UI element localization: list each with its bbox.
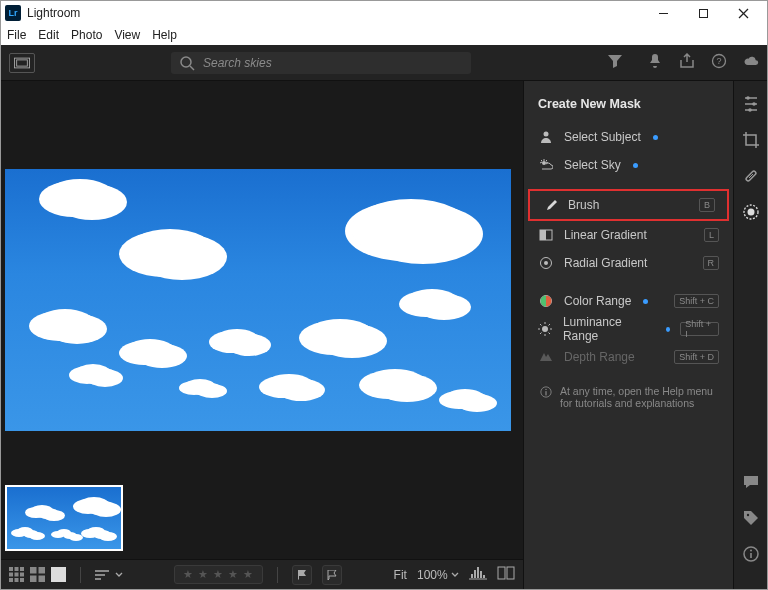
person-icon: [538, 130, 554, 144]
keyboard-shortcut: B: [699, 198, 715, 212]
mask-radial-gradient[interactable]: Radial Gradient R: [524, 249, 733, 277]
grid-large-icon[interactable]: [30, 567, 45, 582]
mask-item-label: Luminance Range: [563, 315, 654, 343]
maximize-button[interactable]: [683, 2, 723, 24]
mask-color-range[interactable]: Color Range Shift + C: [524, 287, 733, 315]
menu-help[interactable]: Help: [152, 28, 177, 42]
view-mode-button[interactable]: [9, 53, 35, 73]
radial-gradient-icon: [538, 256, 554, 270]
svg-point-59: [748, 108, 752, 112]
minimize-button[interactable]: [643, 2, 683, 24]
healing-tool[interactable]: [742, 167, 760, 185]
new-feature-dot: [666, 327, 671, 332]
chevron-down-icon: [451, 572, 459, 578]
search-placeholder: Search skies: [203, 56, 272, 70]
svg-rect-13: [9, 573, 13, 577]
svg-rect-27: [471, 574, 473, 578]
svg-point-42: [542, 326, 548, 332]
mask-panel: Create New Mask Select Subject Select Sk…: [523, 81, 733, 589]
tag-icon[interactable]: [742, 509, 760, 527]
svg-point-6: [181, 57, 191, 67]
search-input[interactable]: Search skies: [171, 52, 471, 74]
new-feature-dot: [643, 299, 648, 304]
svg-rect-15: [20, 573, 24, 577]
linear-gradient-icon: [538, 228, 554, 242]
close-button[interactable]: [723, 2, 763, 24]
app-icon: Lr: [5, 5, 21, 21]
new-feature-dot: [633, 163, 638, 168]
svg-line-7: [190, 66, 194, 70]
edit-sliders-tool[interactable]: [742, 95, 760, 113]
fit-label[interactable]: Fit: [394, 568, 407, 582]
svg-point-64: [746, 514, 748, 516]
keyboard-shortcut: L: [704, 228, 719, 242]
mask-item-label: Brush: [568, 198, 599, 212]
svg-point-58: [752, 102, 756, 106]
svg-line-48: [549, 333, 551, 335]
titlebar: Lr Lightroom: [1, 1, 767, 25]
mask-item-label: Radial Gradient: [564, 256, 647, 270]
svg-rect-67: [750, 553, 752, 558]
svg-point-57: [746, 96, 750, 100]
svg-rect-29: [477, 567, 479, 578]
share-icon[interactable]: [679, 53, 695, 72]
sort-button[interactable]: [95, 569, 123, 581]
info-tool[interactable]: [742, 545, 760, 563]
svg-rect-16: [9, 578, 13, 582]
main-image: [5, 169, 511, 431]
tool-rail: [733, 81, 767, 589]
menu-edit[interactable]: Edit: [38, 28, 59, 42]
filter-icon[interactable]: [607, 53, 623, 72]
histogram-toggle[interactable]: [469, 566, 487, 583]
mask-select-sky[interactable]: Select Sky: [524, 151, 733, 179]
svg-rect-28: [474, 570, 476, 578]
svg-rect-20: [39, 567, 46, 574]
mask-depth-range: Depth Range Shift + D: [524, 343, 733, 371]
svg-rect-23: [51, 567, 66, 582]
svg-rect-38: [540, 230, 546, 240]
svg-point-66: [750, 550, 752, 552]
svg-line-50: [549, 324, 551, 326]
svg-rect-5: [17, 59, 28, 65]
svg-rect-31: [483, 575, 485, 578]
mask-item-label: Select Subject: [564, 130, 641, 144]
svg-text:?: ?: [716, 56, 721, 66]
menubar: File Edit Photo View Help: [1, 25, 767, 45]
bottombar: ★ ★ ★ ★ ★ Fit 100%: [1, 559, 523, 589]
single-view-icon[interactable]: [51, 567, 66, 582]
mask-item-label: Color Range: [564, 294, 631, 308]
bell-icon[interactable]: [647, 53, 663, 72]
svg-point-63: [747, 209, 754, 216]
app-frame: Search skies ?: [1, 45, 767, 589]
canvas-main[interactable]: [1, 81, 523, 477]
zoom-level[interactable]: 100%: [417, 568, 459, 582]
mask-item-label: Depth Range: [564, 350, 635, 364]
mask-item-label: Select Sky: [564, 158, 621, 172]
menu-view[interactable]: View: [114, 28, 140, 42]
menu-photo[interactable]: Photo: [71, 28, 102, 42]
crop-tool[interactable]: [742, 131, 760, 149]
svg-rect-30: [480, 571, 482, 578]
flag-reject[interactable]: [322, 565, 342, 585]
comments-icon[interactable]: [742, 473, 760, 491]
grid-small-icon[interactable]: [9, 567, 24, 582]
search-icon: [179, 55, 195, 71]
compare-toggle[interactable]: [497, 566, 515, 583]
help-icon[interactable]: ?: [711, 53, 727, 72]
svg-rect-18: [20, 578, 24, 582]
depth-icon: [538, 350, 554, 364]
cloud-icon[interactable]: [743, 53, 759, 72]
mask-luminance-range[interactable]: Luminance Range Shift + I: [524, 315, 733, 343]
menu-file[interactable]: File: [7, 28, 26, 42]
svg-rect-12: [20, 567, 24, 571]
rating-stars[interactable]: ★ ★ ★ ★ ★: [174, 565, 263, 584]
mask-brush[interactable]: Brush B: [528, 189, 729, 221]
window-title: Lightroom: [27, 6, 80, 20]
filmstrip-thumb[interactable]: [5, 485, 123, 551]
mask-select-subject[interactable]: Select Subject: [524, 123, 733, 151]
mask-linear-gradient[interactable]: Linear Gradient L: [524, 221, 733, 249]
new-feature-dot: [653, 135, 658, 140]
flag-pick[interactable]: [292, 565, 312, 585]
masking-tool[interactable]: [742, 203, 760, 221]
svg-point-36: [542, 161, 546, 165]
